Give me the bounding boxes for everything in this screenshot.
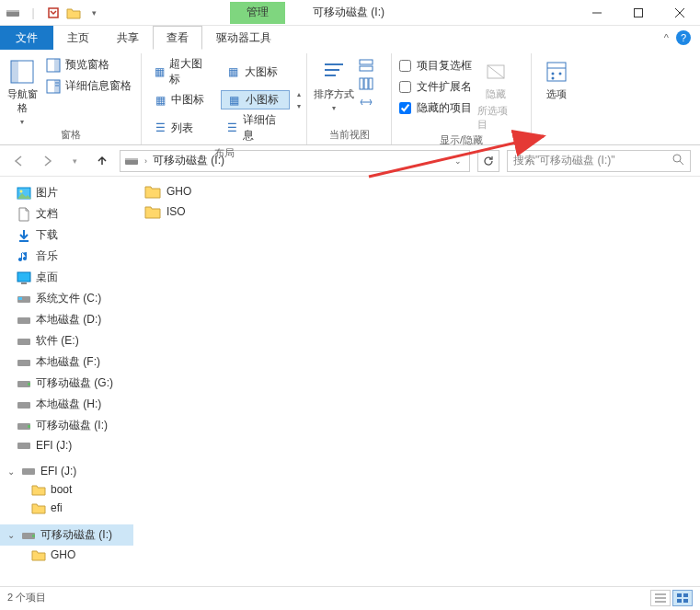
up-button[interactable] <box>92 151 112 171</box>
preview-pane-button[interactable]: 预览窗格 <box>42 55 135 75</box>
svg-rect-8 <box>54 59 60 72</box>
tree-group-drive-i[interactable]: ⌄可移动磁盘 (I:) <box>0 524 133 546</box>
nav-pane-icon <box>9 59 35 85</box>
svg-rect-35 <box>21 282 27 284</box>
documents-icon <box>17 208 31 221</box>
tree-item-drive-i[interactable]: 可移动磁盘 (I:) <box>0 415 133 436</box>
svg-rect-54 <box>683 593 688 597</box>
tree-group-efi[interactable]: ⌄EFI (J:) <box>0 462 133 480</box>
tree-item-music[interactable]: 音乐 <box>0 246 133 267</box>
xl-icons-icon: ▦ <box>153 64 166 79</box>
details-pane-button[interactable]: 详细信息窗格 <box>42 76 135 96</box>
group-by-icon[interactable] <box>359 59 373 72</box>
tree-item-drive-g[interactable]: 可移动磁盘 (G:) <box>0 373 133 394</box>
tree-item-documents[interactable]: 文档 <box>0 203 133 224</box>
minimize-button[interactable] <box>576 0 617 26</box>
options-button[interactable]: 选项 <box>537 55 576 129</box>
chevron-down-icon: ▾ <box>20 118 24 126</box>
search-input[interactable]: 搜索"可移动磁盘 (I:)" <box>507 150 691 172</box>
tree-item-desktop[interactable]: 桌面 <box>0 267 133 288</box>
svg-rect-23 <box>547 63 566 81</box>
svg-rect-20 <box>369 78 373 89</box>
folder-icon <box>144 204 161 219</box>
svg-line-31 <box>680 161 683 165</box>
sort-by-button[interactable]: 排序方式 ▾ <box>313 55 355 126</box>
tab-drive-tools[interactable]: 驱动器工具 <box>202 26 285 50</box>
tree-item-drive-f[interactable]: 本地磁盘 (F:) <box>0 351 133 373</box>
close-button[interactable] <box>659 0 700 26</box>
tab-home[interactable]: 主页 <box>53 26 103 50</box>
tree-item-drive-c[interactable]: 系统文件 (C:) <box>0 288 133 309</box>
size-columns-icon[interactable] <box>359 96 373 109</box>
view-details-button[interactable] <box>650 590 671 606</box>
svg-rect-1 <box>6 10 19 12</box>
file-list[interactable]: GHO ISO <box>133 177 700 586</box>
view-icons-button[interactable] <box>672 590 693 606</box>
file-item-iso[interactable]: ISO <box>144 204 689 219</box>
svg-rect-55 <box>677 599 682 603</box>
drive-icon <box>124 155 139 167</box>
tree-item-efi[interactable]: efi <box>0 499 133 517</box>
tree-item-boot[interactable]: boot <box>0 480 133 499</box>
tree-item-pictures[interactable]: 图片 <box>0 182 133 203</box>
layout-large-icons[interactable]: ▦大图标 <box>221 55 291 88</box>
svg-line-22 <box>488 65 504 78</box>
file-item-gho[interactable]: GHO <box>144 184 689 199</box>
file-extensions-toggle[interactable]: 文件扩展名 <box>397 78 474 96</box>
properties-icon[interactable] <box>46 6 61 20</box>
svg-rect-46 <box>17 443 30 449</box>
tree-item-gho[interactable]: GHO <box>0 546 133 564</box>
tree-item-drive-e[interactable]: 软件 (E:) <box>0 330 133 351</box>
navigation-tree[interactable]: 图片 文档 下载 音乐 桌面 系统文件 (C:) 本地磁盘 (D:) 软件 (E… <box>0 177 133 586</box>
music-icon <box>17 250 31 263</box>
layout-more-icon[interactable]: ▴▾ <box>297 55 301 144</box>
qat-dropdown-icon[interactable]: ▾ <box>86 6 101 20</box>
maximize-button[interactable] <box>617 0 659 26</box>
layout-small-icons[interactable]: ▦小图标 <box>221 90 291 109</box>
new-folder-icon[interactable] <box>66 6 81 20</box>
layout-extra-large-icons[interactable]: ▦超大图标 <box>147 55 215 88</box>
refresh-button[interactable] <box>477 150 499 172</box>
group-label-panes: 窗格 <box>6 126 135 144</box>
large-icons-icon: ▦ <box>226 64 241 79</box>
tree-item-downloads[interactable]: 下载 <box>0 224 133 246</box>
hidden-items-toggle[interactable]: 隐藏的项目 <box>397 99 474 117</box>
svg-point-25 <box>559 73 562 75</box>
status-item-count: 2 个项目 <box>7 591 46 604</box>
drive-usb-icon <box>17 377 31 390</box>
expand-icon[interactable]: ⌄ <box>7 466 17 477</box>
address-dropdown-icon[interactable]: ⌄ <box>451 156 465 166</box>
tree-item-drive-j[interactable]: EFI (J:) <box>0 436 133 455</box>
svg-rect-19 <box>364 78 368 89</box>
expand-icon[interactable]: ⌄ <box>7 530 17 540</box>
layout-medium-icons[interactable]: ▦中图标 <box>147 90 215 109</box>
recent-locations-button[interactable]: ▾ <box>64 151 85 171</box>
svg-rect-34 <box>17 272 30 282</box>
tab-share[interactable]: 共享 <box>103 26 153 50</box>
svg-rect-29 <box>125 158 138 160</box>
folder-icon <box>144 184 161 199</box>
svg-rect-47 <box>22 468 35 475</box>
folder-icon <box>31 483 46 496</box>
item-checkboxes-toggle[interactable]: 项目复选框 <box>397 57 474 75</box>
add-columns-icon[interactable] <box>359 77 373 90</box>
downloads-icon <box>17 229 31 242</box>
layout-list[interactable]: ☰列表 <box>147 111 215 144</box>
folder-icon <box>31 548 46 561</box>
tree-item-drive-d[interactable]: 本地磁盘 (D:) <box>0 309 133 330</box>
tree-item-drive-h[interactable]: 本地磁盘 (H:) <box>0 394 133 415</box>
navigation-pane-button[interactable]: 导航窗格 ▾ <box>6 55 39 126</box>
manage-context-tab[interactable]: 管理 <box>230 2 285 24</box>
window-title: 可移动磁盘 (I:) <box>313 5 576 20</box>
tab-view[interactable]: 查看 <box>153 26 202 50</box>
details-icon: ☰ <box>226 121 240 135</box>
drive-icon <box>17 335 31 348</box>
layout-details[interactable]: ☰详细信息 <box>221 111 291 144</box>
hide-selected-button: 隐藏 所选项目 <box>477 55 514 132</box>
svg-rect-10 <box>54 80 60 93</box>
forward-button[interactable] <box>37 151 57 171</box>
collapse-ribbon-icon[interactable]: ^ <box>664 32 669 43</box>
back-button[interactable] <box>9 151 29 171</box>
help-icon[interactable]: ? <box>676 30 691 45</box>
tab-file[interactable]: 文件 <box>0 26 53 50</box>
